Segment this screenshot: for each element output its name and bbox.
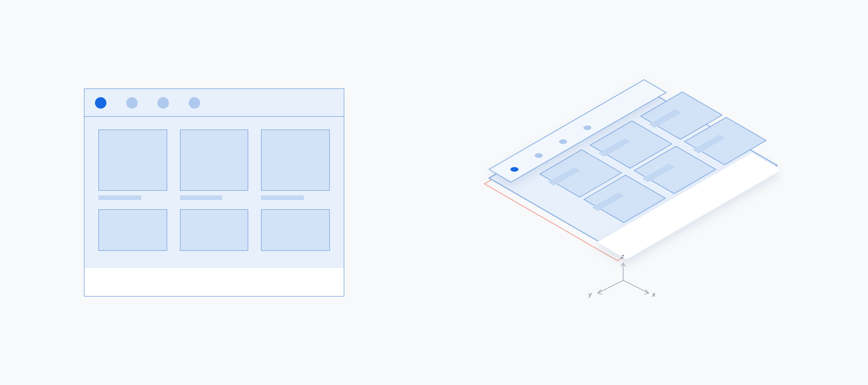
axis-label-z: z bbox=[621, 253, 624, 260]
card-1 bbox=[98, 129, 167, 200]
card-3 bbox=[261, 129, 330, 200]
card-4 bbox=[98, 209, 167, 251]
card-thumb bbox=[261, 129, 330, 191]
flat-content-grid bbox=[84, 117, 344, 268]
card-5 bbox=[180, 209, 249, 251]
axis-label-x: x bbox=[652, 291, 656, 298]
tab-dot-3 bbox=[157, 97, 169, 109]
card-6 bbox=[261, 209, 330, 251]
svg-line-1 bbox=[598, 280, 623, 293]
iso-tab-dot-3 bbox=[559, 139, 567, 144]
flat-footer bbox=[84, 268, 344, 296]
tab-dot-4 bbox=[189, 97, 200, 109]
tab-dot-1 bbox=[95, 97, 106, 109]
svg-line-2 bbox=[623, 280, 649, 293]
iso-svg bbox=[460, 48, 784, 337]
flat-titlebar bbox=[84, 89, 344, 117]
iso-tab-dot-1 bbox=[510, 167, 518, 172]
flat-wireframe-window bbox=[84, 88, 344, 297]
card-caption bbox=[98, 195, 141, 200]
card-thumb bbox=[180, 129, 249, 191]
card-2 bbox=[180, 129, 249, 200]
card-thumb bbox=[98, 129, 167, 191]
card-caption bbox=[180, 195, 223, 200]
iso-tab-dot-2 bbox=[535, 153, 543, 158]
tab-dot-2 bbox=[126, 97, 138, 109]
card-thumb bbox=[98, 209, 167, 251]
card-thumb bbox=[180, 209, 249, 251]
card-caption bbox=[261, 195, 304, 200]
axis-indicator bbox=[598, 263, 649, 294]
isometric-diagram: z y x bbox=[460, 48, 784, 337]
card-thumb bbox=[261, 209, 330, 251]
iso-tab-dot-4 bbox=[583, 125, 591, 130]
axis-label-y: y bbox=[589, 291, 592, 298]
